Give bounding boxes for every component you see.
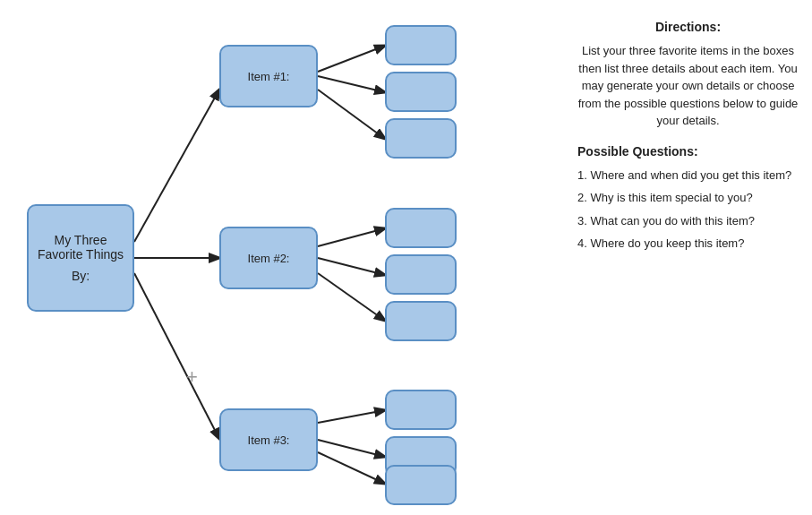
svg-line-2 <box>134 273 219 439</box>
item1-box[interactable]: Item #1: <box>219 45 318 107</box>
svg-line-8 <box>318 273 385 321</box>
question-2: 2. Why is this item special to you? <box>577 189 799 207</box>
questions-list: 1. Where and when did you get this item?… <box>577 167 799 253</box>
detail-1-1[interactable] <box>385 25 457 65</box>
detail-3-3[interactable] <box>385 465 457 505</box>
svg-line-10 <box>318 440 385 457</box>
center-box[interactable]: My Three Favorite Things By: <box>27 204 134 312</box>
question-3: 3. What can you do with this item? <box>577 212 799 230</box>
item3-box[interactable]: Item #3: <box>219 408 318 471</box>
directions-title: Directions: <box>577 18 799 37</box>
item2-label: Item #2: <box>248 252 290 265</box>
detail-3-1[interactable] <box>385 390 457 430</box>
svg-line-4 <box>318 76 385 92</box>
detail-2-3[interactable] <box>385 301 457 341</box>
svg-line-6 <box>318 228 385 246</box>
item3-label: Item #3: <box>248 433 290 447</box>
diagram-area: My Three Favorite Things By: Item #1: It… <box>0 0 564 515</box>
question-1: 1. Where and when did you get this item? <box>577 167 799 185</box>
question-4: 4. Where do you keep this item? <box>577 235 799 253</box>
plus-icon: + <box>186 365 198 389</box>
center-by: By: <box>72 269 90 283</box>
detail-2-1[interactable] <box>385 208 457 248</box>
center-title: My Three Favorite Things <box>38 233 124 262</box>
detail-2-2[interactable] <box>385 254 457 295</box>
directions-text: List your three favorite items in the bo… <box>577 42 799 130</box>
item2-box[interactable]: Item #2: <box>219 227 318 289</box>
svg-line-11 <box>318 452 385 484</box>
item1-label: Item #1: <box>248 70 290 83</box>
svg-line-7 <box>318 258 385 275</box>
detail-1-2[interactable] <box>385 72 457 112</box>
svg-line-5 <box>318 90 385 139</box>
detail-1-3[interactable] <box>385 118 457 159</box>
svg-line-0 <box>134 90 219 242</box>
svg-line-3 <box>318 46 385 72</box>
info-panel: Directions: List your three favorite ite… <box>564 0 812 515</box>
svg-line-9 <box>318 410 385 423</box>
possible-questions-title: Possible Questions: <box>577 142 799 161</box>
